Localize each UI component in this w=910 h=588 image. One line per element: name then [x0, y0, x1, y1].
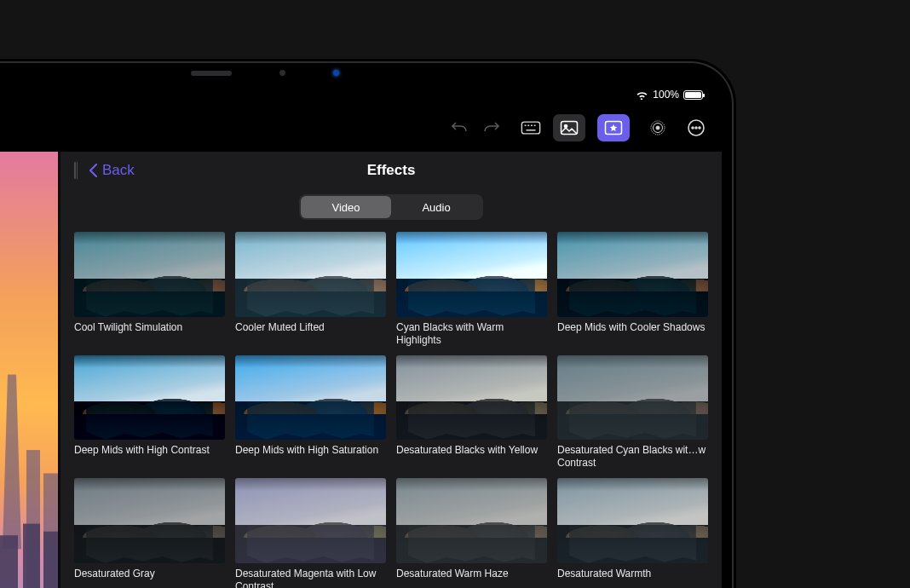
effect-item[interactable]: Cyan Blacks with Warm Highlights: [396, 232, 547, 347]
screen: 100%: [0, 85, 722, 588]
back-button[interactable]: Back: [89, 162, 135, 179]
effect-label: Cooler Muted Lifted: [235, 321, 386, 347]
wifi-icon: [636, 90, 648, 100]
effects-grid: Cool Twilight SimulationCooler Muted Lif…: [74, 232, 708, 588]
svg-point-10: [564, 124, 567, 127]
svg-rect-42: [23, 523, 40, 588]
svg-point-18: [699, 127, 700, 129]
panel-drag-handle[interactable]: [74, 162, 78, 179]
effect-item[interactable]: Desaturated Warm Haze: [396, 478, 547, 588]
camera-notch: [191, 70, 339, 76]
tab-video[interactable]: Video: [301, 196, 391, 218]
share-icon[interactable]: [0, 118, 1, 138]
effects-browser-button[interactable]: [597, 114, 630, 141]
effect-label: Cyan Blacks with Warm Highlights: [396, 321, 547, 347]
effect-item[interactable]: Desaturated Warmth: [557, 478, 708, 588]
effect-item[interactable]: Desaturated Magenta with Low Contrast: [235, 478, 386, 588]
effect-label: Desaturated Warm Haze: [396, 568, 547, 588]
toolbar: [0, 104, 722, 152]
effects-panel: Back Effects Video Audio Cool Twilight S…: [58, 152, 722, 588]
skyline: [0, 365, 58, 588]
status-bar: 100%: [0, 85, 722, 104]
device-frame: 100%: [0, 61, 734, 588]
color-wheel-icon[interactable]: [642, 114, 674, 141]
svg-point-17: [695, 127, 697, 129]
photo-browser-button[interactable]: [553, 114, 585, 141]
effect-label: Deep Mids with Cooler Shadows: [557, 321, 708, 347]
effect-item[interactable]: Cooler Muted Lifted: [235, 232, 386, 347]
effect-item[interactable]: Deep Mids with High Contrast: [74, 355, 225, 470]
battery-icon: [683, 90, 703, 100]
effect-label: Desaturated Warmth: [557, 568, 708, 588]
redo-icon[interactable]: [481, 118, 502, 138]
effect-label: Desaturated Blacks with Yellow: [396, 444, 547, 470]
panel-title: Effects: [367, 162, 416, 179]
keyboard-icon[interactable]: [521, 118, 541, 138]
undo-icon[interactable]: [449, 118, 469, 138]
svg-point-14: [656, 126, 659, 130]
tab-audio[interactable]: Audio: [391, 196, 481, 218]
effect-label: Deep Mids with High Saturation: [235, 444, 386, 470]
effect-label: Desaturated Gray: [74, 568, 225, 588]
effect-item[interactable]: Cool Twilight Simulation: [74, 232, 225, 347]
effect-item[interactable]: Desaturated Gray: [74, 478, 225, 588]
battery-percent: 100%: [653, 89, 679, 101]
effect-item[interactable]: Desaturated Cyan Blacks wit…w Contrast: [557, 355, 708, 470]
svg-point-16: [692, 127, 694, 129]
effect-label: Cool Twilight Simulation: [74, 321, 225, 347]
preview-viewer[interactable]: 46 %: [0, 152, 58, 588]
svg-marker-30: [3, 374, 21, 549]
effects-type-segmented: Video Audio: [299, 194, 483, 220]
effect-item[interactable]: Deep Mids with High Saturation: [235, 355, 386, 470]
effect-label: Deep Mids with High Contrast: [74, 444, 225, 470]
back-label: Back: [102, 162, 135, 179]
more-icon[interactable]: [686, 118, 706, 138]
svg-rect-43: [43, 531, 58, 588]
effect-label: Desaturated Magenta with Low Contrast: [235, 568, 386, 588]
effect-item[interactable]: Deep Mids with Cooler Shadows: [557, 232, 708, 347]
effect-item[interactable]: Desaturated Blacks with Yellow: [396, 355, 547, 470]
svg-rect-41: [0, 535, 18, 588]
svg-rect-3: [521, 122, 539, 134]
effect-label: Desaturated Cyan Blacks wit…w Contrast: [557, 444, 708, 470]
